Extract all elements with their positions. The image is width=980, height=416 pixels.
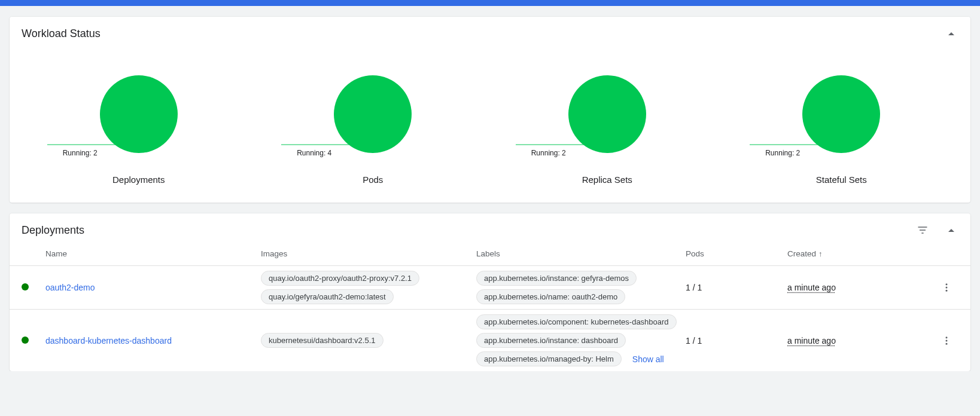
table-row: oauth2-demoquay.io/oauth2-proxy/oauth2-p… — [10, 266, 970, 310]
status-chart-title: Pods — [363, 175, 383, 185]
workload-status-charts: Running: 2DeploymentsRunning: 4PodsRunni… — [10, 45, 970, 203]
label-chip: app.kubernetes.io/component: kubernetes-… — [476, 314, 677, 329]
collapse-icon[interactable] — [944, 223, 958, 237]
label-chip: app.kubernetes.io/managed-by: Helm — [476, 351, 622, 366]
column-created[interactable]: Created↑ — [787, 249, 889, 258]
column-images[interactable]: Images — [261, 249, 476, 258]
created-timestamp: a minute ago — [787, 336, 836, 345]
workload-status-header: Workload Status — [10, 17, 970, 45]
column-labels[interactable]: Labels — [476, 249, 686, 258]
svg-point-2 — [946, 290, 948, 292]
donut-slice-running — [568, 75, 646, 153]
workload-status-card: Workload Status Running: 2DeploymentsRun… — [10, 17, 970, 203]
status-chart-title: Deployments — [112, 175, 165, 185]
donut-legend-label: Running: 2 — [531, 149, 568, 157]
status-running-icon — [22, 337, 29, 344]
status-chart-title: Replica Sets — [582, 175, 632, 185]
deployments-table-body: oauth2-demoquay.io/oauth2-proxy/oauth2-p… — [10, 266, 970, 371]
status-chart-title: Stateful Sets — [816, 175, 867, 185]
label-chip: app.kubernetes.io/instance: gefyra-demos — [476, 271, 637, 286]
donut-legend-label: Running: 4 — [297, 149, 334, 157]
status-chart-item: Running: 2Deployments — [22, 75, 256, 185]
deployments-header: Deployments — [10, 213, 970, 242]
svg-point-5 — [946, 342, 948, 344]
status-chart-item: Running: 2Replica Sets — [490, 75, 725, 185]
svg-point-1 — [946, 287, 948, 289]
deployments-title: Deployments — [22, 224, 84, 237]
svg-point-0 — [946, 283, 948, 285]
donut-chart: Running: 2 — [100, 75, 178, 153]
donut-slice-running — [802, 75, 880, 153]
deployment-link[interactable]: dashboard-kubernetes-dashboard — [45, 336, 172, 345]
filter-icon[interactable] — [915, 223, 930, 237]
sort-asc-icon: ↑ — [818, 249, 823, 258]
pods-count: 1 / 1 — [686, 283, 787, 292]
svg-point-3 — [946, 337, 948, 338]
donut-slice-running — [100, 75, 178, 153]
status-chart-item: Running: 4Pods — [256, 75, 491, 185]
pods-count: 1 / 1 — [686, 336, 787, 345]
top-app-bar — [0, 0, 980, 6]
deployments-table-header: Name Images Labels Pods Created↑ — [10, 242, 970, 266]
donut-slice-running — [334, 75, 412, 153]
image-chip: quay.io/gefyra/oauth2-demo:latest — [261, 289, 394, 304]
workload-status-title: Workload Status — [22, 27, 101, 40]
label-chip: app.kubernetes.io/name: oauth2-demo — [476, 289, 625, 304]
column-created-label: Created — [787, 249, 816, 258]
status-running-icon — [22, 283, 29, 290]
donut-chart: Running: 2 — [568, 75, 646, 153]
collapse-icon[interactable] — [944, 26, 958, 41]
show-all-labels-button[interactable]: Show all — [632, 354, 664, 364]
svg-point-4 — [946, 339, 948, 341]
column-pods[interactable]: Pods — [686, 249, 787, 258]
label-chip: app.kubernetes.io/instance: dashboard — [476, 333, 626, 348]
donut-legend-label: Running: 2 — [63, 149, 100, 157]
image-chip: quay.io/oauth2-proxy/oauth2-proxy:v7.2.1 — [261, 271, 419, 286]
status-chart-item: Running: 2Stateful Sets — [725, 75, 959, 185]
donut-legend-label: Running: 2 — [765, 149, 802, 157]
donut-chart: Running: 2 — [802, 75, 880, 153]
created-timestamp: a minute ago — [787, 283, 836, 292]
column-name[interactable]: Name — [45, 249, 261, 258]
image-chip: kubernetesui/dashboard:v2.5.1 — [261, 333, 384, 348]
row-actions-menu-icon[interactable] — [939, 280, 954, 295]
table-row: dashboard-kubernetes-dashboardkubernetes… — [10, 310, 970, 371]
deployment-link[interactable]: oauth2-demo — [45, 283, 95, 292]
row-actions-menu-icon[interactable] — [939, 334, 954, 348]
donut-chart: Running: 4 — [334, 75, 412, 153]
deployments-card: Deployments Name Images Labels Pods Crea… — [10, 213, 970, 371]
